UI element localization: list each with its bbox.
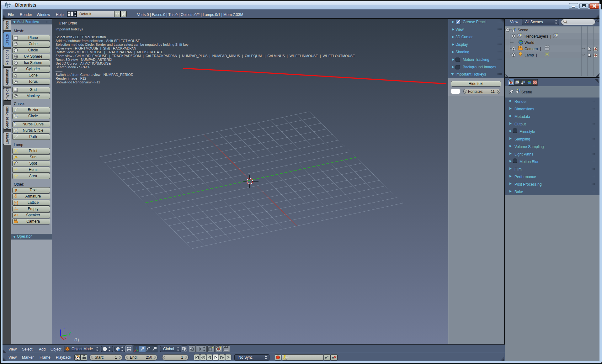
- svg-text:F: F: [15, 188, 17, 193]
- svg-text:z: z: [63, 327, 65, 331]
- svg-text:y: y: [69, 331, 71, 335]
- svg-text:x: x: [65, 336, 67, 340]
